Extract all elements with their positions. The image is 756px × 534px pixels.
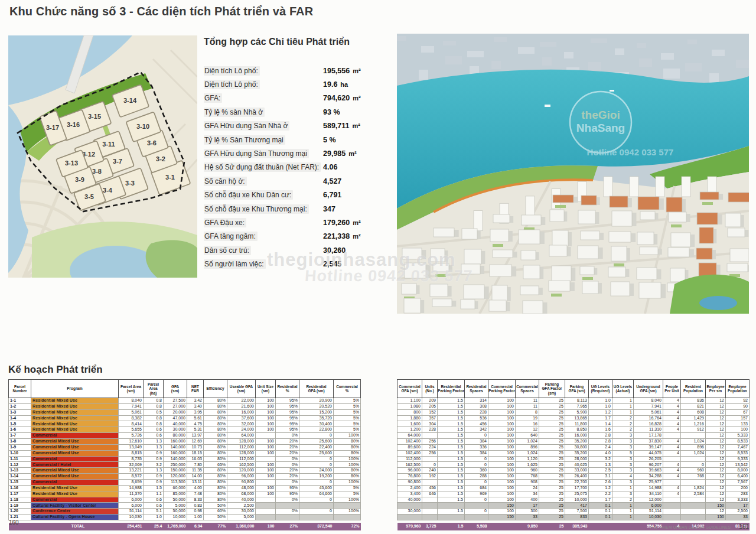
- value-cell: 7.80: [187, 462, 204, 468]
- column-header: Residential %: [276, 380, 299, 398]
- value-cell: 16.03: [187, 456, 204, 462]
- parcel-label: 3-17: [46, 124, 59, 131]
- value-cell: 1: [612, 515, 634, 520]
- parcel-label: 3-6: [147, 139, 157, 146]
- value-cell: 34,288: [634, 474, 663, 480]
- value-cell: 3.2: [144, 462, 164, 468]
- value-cell: 288: [465, 474, 488, 480]
- parcel-number-cell: 1-2: [9, 403, 31, 409]
- summary-unit: ha: [340, 81, 348, 88]
- value-cell: 30,000: [227, 509, 256, 515]
- summary-unit: m²: [353, 233, 360, 240]
- value-cell: 1.6: [589, 427, 612, 433]
- page-number-left: 160: [9, 519, 19, 526]
- value-cell: 14,988: [119, 485, 144, 491]
- value-cell: 12: [706, 474, 726, 480]
- building-shadow: [539, 288, 543, 295]
- city-building: [730, 249, 749, 262]
- parcel-label: 3-15: [88, 113, 101, 120]
- value-cell: 2: [612, 415, 634, 421]
- value-cell: 3: [612, 491, 634, 497]
- value-cell: 768: [516, 474, 539, 480]
- summary-label-text: Tỷ lệ % sàn Nhà ở: [204, 108, 265, 117]
- value-cell: 27,000: [164, 403, 187, 409]
- value-cell: 17,700: [565, 485, 589, 491]
- total-value-cell: 9,850: [516, 523, 539, 530]
- value-cell: 1.5: [438, 421, 465, 427]
- summary-label: GFA Đậu xe:: [204, 219, 323, 227]
- value-cell: 0: [681, 462, 706, 468]
- city-building: [640, 247, 658, 255]
- distant-building: [518, 47, 535, 54]
- total-value-cell: 3,725: [422, 523, 438, 530]
- value-cell: [681, 480, 706, 486]
- city-building: [489, 300, 506, 311]
- value-cell: 20%: [276, 450, 299, 456]
- building-shadow: [741, 215, 744, 227]
- value-cell: 100: [256, 409, 276, 415]
- value-cell: 100: [488, 403, 516, 409]
- value-cell: 1,625: [516, 462, 539, 468]
- building-shadow: [445, 250, 448, 262]
- parcel-label: 3-7: [113, 158, 122, 165]
- summary-value: 4,527: [323, 177, 341, 185]
- city-building: [490, 265, 511, 276]
- value-cell: 0.8: [144, 421, 164, 427]
- summary-row: GFA:794,620m²: [204, 92, 390, 105]
- value-cell: 100%: [334, 456, 361, 462]
- summary-label-text: GFA:: [204, 93, 222, 103]
- value-cell: 60,000: [164, 485, 187, 491]
- value-cell: 22,400: [299, 444, 334, 450]
- value-cell: 20%: [276, 444, 299, 450]
- value-cell: 35,720: [299, 415, 334, 421]
- summary-row: GFA Hữu dụng Sàn Thương mại29,985m²: [204, 146, 390, 160]
- program-cell: Residential Mixed Use: [31, 415, 119, 421]
- value-cell: 0: [299, 462, 334, 468]
- distant-building: [712, 50, 725, 56]
- waterfront-tower: [656, 177, 664, 197]
- value-cell: 1.5: [438, 497, 465, 503]
- value-cell: 5,000: [164, 503, 187, 509]
- value-cell: 100: [488, 398, 516, 404]
- distant-building: [615, 48, 624, 55]
- value-cell: 0: [465, 497, 488, 503]
- total-value-cell: 100: [256, 523, 276, 530]
- total-value-cell: 1.5: [438, 523, 465, 530]
- summary-value: 347: [323, 205, 335, 213]
- value-cell: 384: [465, 439, 488, 445]
- value-cell: 1.5: [438, 439, 465, 445]
- column-header: GFA (sm): [164, 380, 187, 398]
- building-shadow: [630, 284, 634, 296]
- summary-row: Diện tích Lô phố:195,556m²: [204, 64, 390, 77]
- value-cell: 12: [706, 468, 726, 474]
- distant-building: [540, 42, 556, 47]
- city-building: [699, 227, 713, 243]
- table-row: 40,0001.501004002510,0001.7212,000123,33…: [397, 497, 750, 503]
- summary-value: 19.6: [323, 80, 337, 89]
- building-shadow: [570, 282, 575, 291]
- value-cell: 4: [663, 468, 681, 474]
- value-cell: 5%: [334, 409, 361, 415]
- value-cell: 0: [299, 480, 334, 486]
- value-cell: 100: [488, 421, 516, 427]
- value-cell: 0.8: [144, 403, 164, 409]
- summary-value: 2,545: [323, 260, 341, 268]
- value-cell: 25: [539, 474, 565, 480]
- building-shadow: [595, 212, 599, 224]
- value-cell: 25: [539, 503, 565, 509]
- distant-building: [661, 53, 674, 60]
- value-cell: 12: [706, 480, 726, 486]
- value-cell: 4: [663, 409, 681, 415]
- building-shadow: [540, 232, 545, 244]
- value-cell: 15,200: [299, 409, 334, 415]
- city-building: [639, 282, 661, 298]
- city-building: [637, 268, 657, 279]
- value-cell: 102,400: [397, 439, 422, 445]
- distant-building: [709, 73, 719, 83]
- value-cell: 8,113: [565, 398, 589, 404]
- building-shadow: [628, 198, 632, 207]
- parcel-number-cell: 1-8: [9, 439, 31, 445]
- summary-label: Số chỗ đậu xe Khu Dân cư:: [204, 191, 323, 199]
- value-cell: 100: [256, 403, 276, 409]
- value-cell: [681, 456, 706, 462]
